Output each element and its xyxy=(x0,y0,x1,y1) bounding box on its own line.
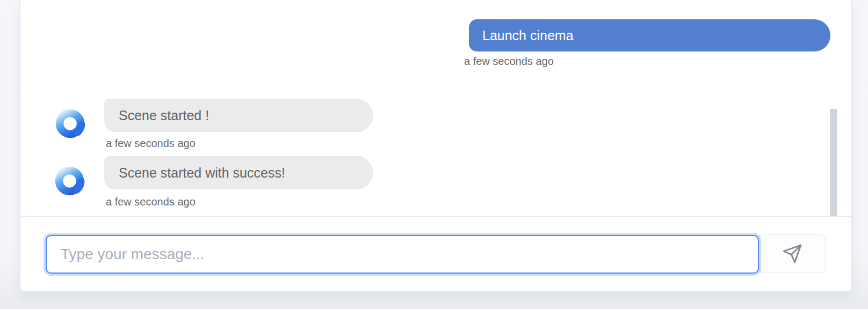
send-icon xyxy=(782,244,802,264)
bot-avatar xyxy=(55,108,86,139)
bot-logo-icon xyxy=(55,108,86,139)
message-input[interactable] xyxy=(46,235,759,274)
bot-message-bubble: Scene started ! xyxy=(104,99,373,132)
bot-logo-icon xyxy=(54,165,85,196)
bot-message-text: Scene started ! xyxy=(119,109,209,122)
send-button[interactable] xyxy=(758,234,826,273)
user-message-text: Launch cinema xyxy=(482,29,574,42)
bot-message-timestamp: a few seconds ago xyxy=(106,137,196,150)
bot-message-bubble: Scene started with success! xyxy=(104,156,373,189)
input-bar-divider xyxy=(20,216,851,217)
bot-message-text: Scene started with success! xyxy=(119,166,285,180)
messages-scrollbar-thumb[interactable] xyxy=(830,109,837,216)
user-message-timestamp: a few seconds ago xyxy=(464,55,554,68)
bot-avatar xyxy=(54,165,85,196)
chat-panel: Launch cinema a few seconds ago Scene st… xyxy=(19,0,852,292)
user-message-bubble: Launch cinema xyxy=(469,19,830,52)
bot-message-timestamp: a few seconds ago xyxy=(106,196,196,208)
